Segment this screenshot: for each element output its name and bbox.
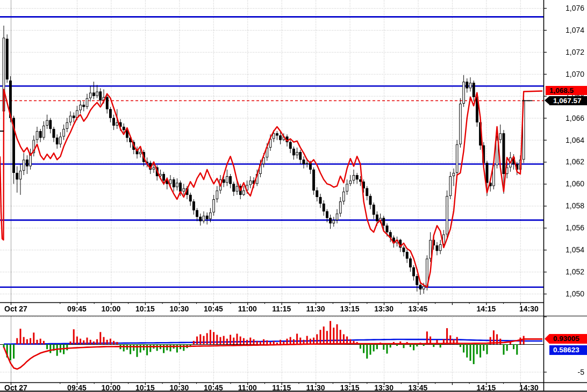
left-arrow-icon <box>545 96 549 105</box>
indicator-blue-value: 0.58623 <box>553 346 579 354</box>
time-axis-label: 10:30 <box>169 383 189 392</box>
price-axis-label: 1,076 <box>565 4 584 12</box>
time-axis-label: 13:30 <box>374 383 393 392</box>
price-axis-label: 1,064 <box>565 136 584 144</box>
chart-canvas[interactable] <box>0 0 587 392</box>
last-price-value: 1,067.57 <box>553 97 582 105</box>
time-axis-label: 11:00 <box>238 383 257 392</box>
time-axis-label: 10:15 <box>135 304 155 313</box>
time-axis-label: 13:45 <box>409 304 428 313</box>
time-axis-label: 10:15 <box>135 383 155 392</box>
price-axis-label: 1,072 <box>565 48 584 56</box>
time-axis-label: 13:45 <box>409 383 428 392</box>
indicator-red-tag: 0.93005 <box>549 334 587 344</box>
indicator-axis-label: -5 <box>578 368 584 376</box>
time-axis-label: 11:00 <box>238 304 257 313</box>
time-axis-label: 10:00 <box>102 304 121 313</box>
time-axis-label: 10:45 <box>204 383 223 392</box>
time-axis-label: 10:30 <box>169 304 189 313</box>
price-axis-label: 1,052 <box>565 267 584 276</box>
time-axis-label: 14:30 <box>519 383 539 392</box>
price-axis-label: 1,050 <box>565 289 584 298</box>
time-axis-label: 10:00 <box>102 383 121 392</box>
date-label: Oct 27 <box>4 383 27 392</box>
price-axis-label: 1,074 <box>565 26 584 34</box>
time-axis-label: 13:30 <box>374 304 393 313</box>
trading-chart-window: 1,0761,0741,0721,0701,0681,0661,0641,062… <box>0 0 587 392</box>
indicator-red-value: 0.93005 <box>553 335 579 343</box>
red-line-price-tag: 1,068.5 <box>546 86 587 95</box>
time-axis-label: 09:45 <box>67 383 87 392</box>
time-axis-label: 11:30 <box>306 304 325 313</box>
left-arrow-icon <box>545 334 549 344</box>
price-axis-label: 1,070 <box>565 70 584 78</box>
price-axis-label: 1,066 <box>565 114 584 122</box>
price-axis-label: 1,058 <box>565 201 584 210</box>
price-axis-label: 1,056 <box>565 223 584 232</box>
price-axis-label: 1,060 <box>565 179 584 188</box>
time-axis-label: 13:15 <box>340 304 360 313</box>
price-axis-label: 1,054 <box>565 245 584 254</box>
date-label: Oct 27 <box>4 304 27 313</box>
time-axis-label: 14:15 <box>476 304 496 313</box>
time-axis-label: 09:45 <box>67 304 87 313</box>
time-axis-label: 14:30 <box>519 304 539 313</box>
time-axis-label: 11:15 <box>272 383 291 392</box>
time-axis-label: 13:15 <box>340 383 360 392</box>
time-axis-label: 11:15 <box>272 304 291 313</box>
last-price-tag: 1,067.57 <box>549 96 587 105</box>
indicator-blue-tag: 0.58623 <box>549 345 587 355</box>
time-axis-label: 10:45 <box>204 304 223 313</box>
price-axis-label: 1,062 <box>565 157 584 166</box>
red-line-price-value: 1,068.5 <box>549 86 574 95</box>
time-axis-label: 11:30 <box>306 383 325 392</box>
time-axis-label: 14:15 <box>476 383 496 392</box>
